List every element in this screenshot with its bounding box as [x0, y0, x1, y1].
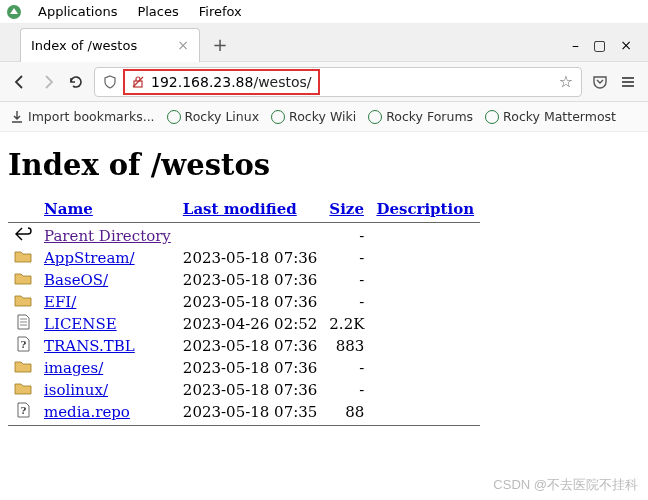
file-date	[177, 225, 323, 247]
browser-tab[interactable]: Index of /westos ×	[20, 28, 200, 62]
bookmark-label: Rocky Forums	[386, 109, 473, 124]
table-row: BaseOS/2023-05-18 07:36-	[8, 269, 480, 291]
url-text: 192.168.23.88/westos/	[151, 74, 312, 90]
col-desc-header[interactable]: Description	[376, 200, 474, 218]
file-date: 2023-05-18 07:36	[177, 357, 323, 379]
folder-icon	[8, 291, 38, 313]
file-date: 2023-05-18 07:36	[177, 379, 323, 401]
os-menubar: Applications Places Firefox	[0, 0, 648, 24]
file-date: 2023-05-18 07:36	[177, 269, 323, 291]
bookmark-rocky-linux[interactable]: Rocky Linux	[167, 109, 260, 124]
bookmarks-toolbar: Import bookmarks... Rocky Linux Rocky Wi…	[0, 102, 648, 132]
file-size: -	[323, 291, 370, 313]
file-size: -	[323, 269, 370, 291]
folder-icon	[8, 269, 38, 291]
shield-icon	[103, 75, 117, 89]
watermark-text: CSDN @不去医院不挂科	[493, 476, 638, 494]
table-row: ?TRANS.TBL2023-05-18 07:36883	[8, 335, 480, 357]
window-close-button[interactable]: ×	[620, 37, 632, 53]
activities-icon	[6, 4, 22, 20]
browser-navbar: 192.168.23.88/westos/ ☆	[0, 62, 648, 102]
menu-firefox[interactable]: Firefox	[189, 4, 252, 19]
unknown-icon: ?	[8, 401, 38, 423]
table-row: Parent Directory-	[8, 225, 480, 247]
bookmark-rocky-wiki[interactable]: Rocky Wiki	[271, 109, 356, 124]
rocky-favicon-icon	[271, 110, 285, 124]
col-name-header[interactable]: Name	[44, 200, 93, 218]
url-bar[interactable]: 192.168.23.88/westos/ ☆	[94, 67, 582, 97]
insecure-lock-icon	[131, 75, 145, 89]
folder-icon	[8, 379, 38, 401]
file-icon	[8, 313, 38, 335]
bookmark-rocky-mattermost[interactable]: Rocky Mattermost	[485, 109, 616, 124]
table-row: ?media.repo2023-05-18 07:3588	[8, 401, 480, 423]
import-icon	[10, 110, 24, 124]
rocky-favicon-icon	[485, 110, 499, 124]
folder-icon	[8, 247, 38, 269]
file-size: 88	[323, 401, 370, 423]
hamburger-menu-button[interactable]	[618, 72, 638, 92]
file-size: 2.2K	[323, 313, 370, 335]
table-row: images/2023-05-18 07:36-	[8, 357, 480, 379]
tab-close-icon[interactable]: ×	[177, 37, 189, 53]
window-maximize-button[interactable]: ▢	[593, 37, 606, 53]
file-link[interactable]: BaseOS/	[44, 271, 108, 289]
page-title: Index of /westos	[8, 148, 640, 182]
bookmark-label: Rocky Linux	[185, 109, 260, 124]
file-link[interactable]: images/	[44, 359, 103, 377]
file-date: 2023-05-18 07:36	[177, 247, 323, 269]
bookmark-rocky-forums[interactable]: Rocky Forums	[368, 109, 473, 124]
browser-tabbar: Index of /westos × + – ▢ ×	[0, 24, 648, 62]
bookmark-label: Rocky Mattermost	[503, 109, 616, 124]
svg-text:?: ?	[21, 339, 27, 350]
file-size: 883	[323, 335, 370, 357]
table-row: EFI/2023-05-18 07:36-	[8, 291, 480, 313]
directory-listing-table: Name Last modified Size Description Pare…	[8, 198, 480, 428]
table-row: AppStream/2023-05-18 07:36-	[8, 247, 480, 269]
window-controls: – ▢ ×	[572, 37, 640, 53]
unknown-icon: ?	[8, 335, 38, 357]
folder-icon	[8, 357, 38, 379]
page-content: Index of /westos Name Last modified Size…	[0, 132, 648, 438]
table-row: isolinux/2023-05-18 07:36-	[8, 379, 480, 401]
table-row: LICENSE2023-04-26 02:522.2K	[8, 313, 480, 335]
new-tab-button[interactable]: +	[206, 31, 234, 59]
forward-button[interactable]	[38, 72, 58, 92]
file-date: 2023-05-18 07:36	[177, 291, 323, 313]
bookmark-label: Rocky Wiki	[289, 109, 356, 124]
col-lastmod-header[interactable]: Last modified	[183, 200, 297, 218]
rocky-favicon-icon	[167, 110, 181, 124]
col-size-header[interactable]: Size	[329, 200, 364, 218]
back-button[interactable]	[10, 72, 30, 92]
file-size: -	[323, 225, 370, 247]
import-bookmarks-button[interactable]: Import bookmarks...	[10, 109, 155, 124]
file-date: 2023-05-18 07:35	[177, 401, 323, 423]
rocky-favicon-icon	[368, 110, 382, 124]
file-size: -	[323, 379, 370, 401]
svg-text:?: ?	[21, 405, 27, 416]
back-icon	[8, 225, 38, 247]
file-date: 2023-05-18 07:36	[177, 335, 323, 357]
file-link[interactable]: media.repo	[44, 403, 130, 421]
file-link[interactable]: AppStream/	[44, 249, 135, 267]
import-bookmarks-label: Import bookmarks...	[28, 109, 155, 124]
menu-applications[interactable]: Applications	[28, 4, 127, 19]
file-size: -	[323, 247, 370, 269]
file-date: 2023-04-26 02:52	[177, 313, 323, 335]
menu-places[interactable]: Places	[127, 4, 188, 19]
file-link[interactable]: Parent Directory	[44, 227, 171, 245]
url-highlight-box: 192.168.23.88/westos/	[123, 69, 320, 95]
file-link[interactable]: LICENSE	[44, 315, 117, 333]
file-size: -	[323, 357, 370, 379]
bookmark-star-icon[interactable]: ☆	[559, 72, 573, 91]
window-minimize-button[interactable]: –	[572, 37, 579, 53]
pocket-button[interactable]	[590, 72, 610, 92]
file-link[interactable]: isolinux/	[44, 381, 108, 399]
tab-title: Index of /westos	[31, 38, 137, 53]
file-link[interactable]: TRANS.TBL	[44, 337, 135, 355]
reload-button[interactable]	[66, 72, 86, 92]
file-link[interactable]: EFI/	[44, 293, 76, 311]
